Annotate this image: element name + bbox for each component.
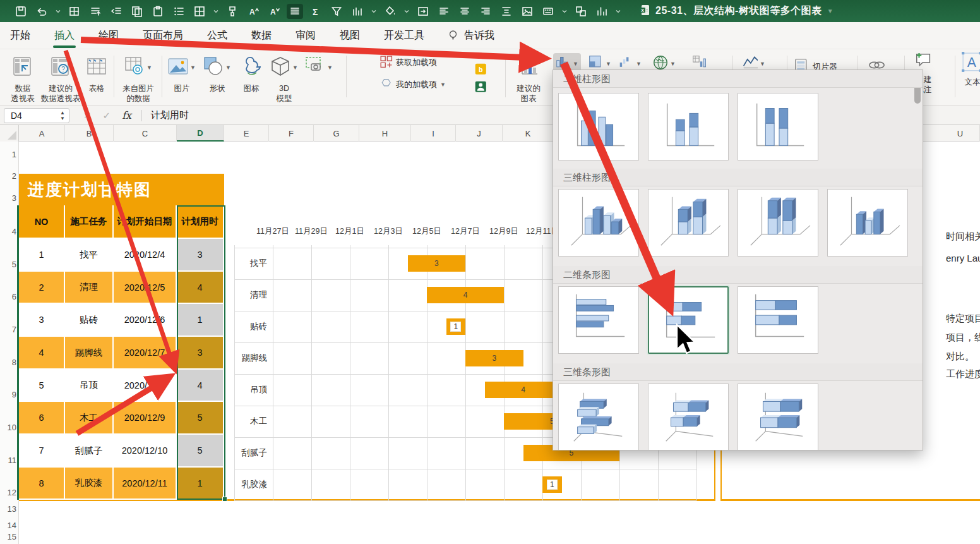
table-cell-r3-c2[interactable]: 2020/12/7 xyxy=(114,337,177,370)
border-grid-icon[interactable] xyxy=(191,4,208,19)
align-left-icon[interactable] xyxy=(436,4,452,19)
chart-type-3d-column[interactable] xyxy=(827,189,908,257)
table-header-2[interactable]: 计划开始日期 xyxy=(114,205,177,239)
table-cell-r4-c1[interactable]: 吊顶 xyxy=(65,370,114,402)
column-header-B[interactable]: B xyxy=(65,125,114,142)
table-button[interactable]: 表格 xyxy=(82,53,111,94)
table-cell-r4-c0[interactable]: 5 xyxy=(19,370,65,402)
table-cell-r4-c2[interactable]: 2020/12/8 xyxy=(114,370,177,402)
chart-type-100-stacked-column[interactable] xyxy=(738,93,818,160)
icons-button[interactable]: 图标 xyxy=(236,53,266,94)
table-cell-r2-c1[interactable]: 贴砖 xyxy=(65,304,114,337)
table-cell-r5-c2[interactable]: 2020/12/9 xyxy=(114,402,177,435)
textbox-button[interactable]: A 文本 xyxy=(960,52,980,88)
column-header-H[interactable]: H xyxy=(359,125,411,142)
table-cell-r6-c3[interactable]: 5 xyxy=(177,435,224,468)
table-cell-r0-c3[interactable]: 3 xyxy=(177,239,224,272)
outdent-icon[interactable] xyxy=(108,4,124,19)
table-cell-r0-c2[interactable]: 2020/12/4 xyxy=(114,239,177,272)
row-header-12[interactable]: 12 xyxy=(0,488,16,497)
table-cell-r0-c1[interactable]: 找平 xyxy=(65,239,114,272)
table-cell-r3-c3[interactable]: 3 xyxy=(177,337,224,370)
table-cell-r0-c0[interactable]: 1 xyxy=(19,239,65,272)
chevron-down-icon[interactable] xyxy=(403,4,410,19)
table-cell-r7-c0[interactable]: 8 xyxy=(19,468,65,500)
keyboard-icon[interactable] xyxy=(540,4,556,19)
column-header-A[interactable]: A xyxy=(19,125,65,142)
row-header-6[interactable]: 6 xyxy=(0,292,16,301)
chart-type-3d-stacked-column[interactable] xyxy=(648,189,729,257)
row-header-8[interactable]: 8 xyxy=(0,358,16,367)
chart-type-3d-clustered-column[interactable] xyxy=(558,189,639,257)
row-header-2[interactable]: 2 xyxy=(0,171,16,181)
data-from-picture-button[interactable]: ▼ 来自图片的数据 xyxy=(117,53,159,104)
column-header-E[interactable]: E xyxy=(224,125,269,142)
tab-数据[interactable]: 数据 xyxy=(250,27,273,45)
confirm-icon[interactable]: ✓ xyxy=(103,110,111,121)
gantt-bar[interactable]: 1 xyxy=(446,318,466,335)
chart-type-3d-clustered-bar[interactable] xyxy=(558,384,639,450)
chart-type-100-stacked-bar[interactable] xyxy=(738,286,818,354)
column-header-G[interactable]: G xyxy=(314,125,359,142)
chart-type-clustered-bar[interactable] xyxy=(558,286,639,354)
tab-插入[interactable]: 插入 xyxy=(53,27,76,45)
font-increase-icon[interactable]: A xyxy=(245,4,261,19)
table-cell-r7-c3[interactable]: 1 xyxy=(177,468,224,500)
merge-cells-icon[interactable] xyxy=(415,4,431,19)
chart-type-3d-100-stacked-bar[interactable] xyxy=(738,384,818,450)
align-justify-icon[interactable] xyxy=(287,4,303,19)
recommended-charts-button[interactable]: ? 建议的图表 xyxy=(510,53,547,104)
tab-绘图[interactable]: 绘图 xyxy=(97,27,120,45)
table-cell-r1-c1[interactable]: 清理 xyxy=(65,272,114,304)
tab-开始[interactable]: 开始 xyxy=(9,27,32,45)
table-cell-r1-c3[interactable]: 4 xyxy=(177,272,224,304)
row-header-5[interactable]: 5 xyxy=(0,260,16,269)
screenshot-button[interactable]: ▼ xyxy=(302,53,336,84)
tab-公式[interactable]: 公式 xyxy=(206,27,229,45)
picture-icon[interactable] xyxy=(519,4,535,19)
chevron-down-icon[interactable] xyxy=(212,4,220,19)
gantt-bar[interactable]: 4 xyxy=(427,287,504,303)
row-header-10[interactable]: 10 xyxy=(0,423,16,432)
formula-input[interactable]: 计划用时 xyxy=(151,109,189,121)
table-header-0[interactable]: NO xyxy=(19,205,65,239)
row-header-11[interactable]: 11 xyxy=(0,456,16,465)
chart-type-stacked-bar[interactable] xyxy=(648,286,729,354)
autosum-icon[interactable]: Σ xyxy=(308,4,324,19)
table-cell-r5-c1[interactable]: 木工 xyxy=(65,402,114,435)
chart-edit-icon[interactable] xyxy=(349,4,366,19)
column-header-I[interactable]: I xyxy=(411,125,456,142)
row-header-1[interactable]: 1 xyxy=(0,150,16,159)
3d-models-button[interactable]: ▼ 3D模型 xyxy=(268,53,301,104)
column-header-U[interactable]: U xyxy=(941,125,980,142)
row-header-14[interactable]: 14 xyxy=(0,521,16,530)
gantt-bar[interactable]: 4 xyxy=(485,382,562,398)
people-graph-icon[interactable] xyxy=(475,81,487,96)
column-header-K[interactable]: K xyxy=(503,125,554,142)
title-chevron-down-icon[interactable]: ▼ xyxy=(827,8,834,15)
table-header-3[interactable]: 计划用时 xyxy=(177,205,224,239)
namebox-stepper[interactable]: ▲▼ xyxy=(60,110,65,121)
pictures-button[interactable]: ▼ 图片 xyxy=(165,53,198,94)
select-all-corner[interactable] xyxy=(0,125,19,142)
name-box[interactable]: D4 ▲▼ xyxy=(4,108,69,123)
table-cell-r2-c0[interactable]: 3 xyxy=(19,304,65,337)
table-cell-r5-c0[interactable]: 6 xyxy=(19,402,65,435)
gantt-bar[interactable]: 3 xyxy=(465,350,523,366)
gantt-bar[interactable]: 3 xyxy=(408,255,466,272)
chevron-down-icon[interactable] xyxy=(54,4,62,19)
chevron-down-icon[interactable] xyxy=(614,4,622,19)
align-right-icon[interactable] xyxy=(477,4,494,19)
table-cell-r4-c3[interactable]: 4 xyxy=(177,370,224,402)
column-header-F[interactable]: F xyxy=(269,125,314,142)
tab-视图[interactable]: 视图 xyxy=(338,27,361,45)
chart-type-clustered-column[interactable] xyxy=(558,93,639,160)
distribute-rows-icon[interactable] xyxy=(498,4,515,19)
row-header-15[interactable]: 15 xyxy=(0,532,16,541)
format-painter-icon[interactable] xyxy=(224,4,241,19)
paste-special-icon[interactable] xyxy=(573,4,589,19)
table-cell-r7-c2[interactable]: 2020/12/11 xyxy=(114,468,177,500)
table-cell-r2-c2[interactable]: 2020/12/6 xyxy=(114,304,177,337)
insert-function-icon[interactable]: fx xyxy=(122,109,131,121)
fill-color-icon[interactable] xyxy=(382,4,398,19)
